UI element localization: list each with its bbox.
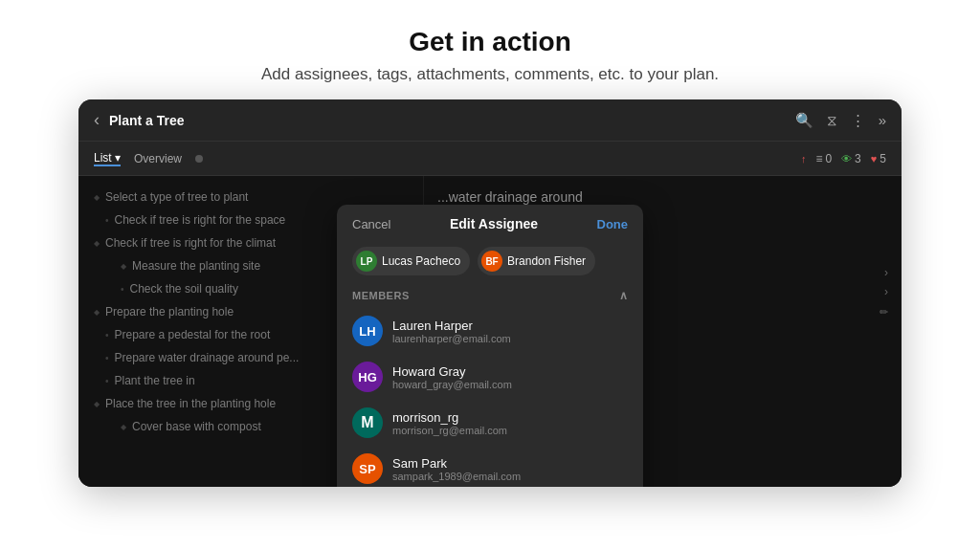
lauren-name: Lauren Harper xyxy=(392,318,628,333)
back-button[interactable]: ‹ xyxy=(94,110,100,130)
brandon-avatar: BF xyxy=(481,251,502,272)
lauren-avatar: LH xyxy=(352,316,383,346)
members-label: Members xyxy=(352,290,410,301)
selected-chip-brandon[interactable]: BF Brandon Fisher xyxy=(478,247,595,275)
page-header: Get in action Add assignees, tags, attac… xyxy=(0,0,980,99)
morrison-email: morrison_rg@email.com xyxy=(392,425,628,436)
modal-done-button[interactable]: Done xyxy=(597,217,629,231)
modal-overlay: Cancel Edit Assignee Done LP Lucas Pache… xyxy=(78,176,902,487)
members-section-header: Members ∧ xyxy=(337,283,643,308)
stat-eye: 👁 3 xyxy=(841,152,861,165)
sub-bar-stats: ↑ ≡ 0 👁 3 ♥ 5 xyxy=(801,152,886,165)
modal-title: Edit Assignee xyxy=(450,216,538,231)
morrison-info: morrison_rg morrison_rg@email.com xyxy=(392,410,628,436)
howard-avatar: HG xyxy=(352,362,383,392)
heart-count: 5 xyxy=(880,152,886,165)
selected-assignees: LP Lucas Pacheco BF Brandon Fisher xyxy=(337,239,643,283)
eye-icon: 👁 xyxy=(841,153,852,165)
more-icon[interactable]: ⋮ xyxy=(851,112,865,129)
morrison-avatar: M xyxy=(352,407,383,438)
sam-info: Sam Park sampark_1989@email.com xyxy=(392,456,628,482)
lucas-name: Lucas Pacheco xyxy=(382,254,460,268)
lauren-email: laurenharper@email.com xyxy=(392,333,628,344)
eye-count: 3 xyxy=(855,152,861,165)
top-actions: 🔍 ⧖ ⋮ » xyxy=(795,112,886,129)
filter-icon[interactable]: ⧖ xyxy=(827,112,837,129)
arrow-up-icon: ↑ xyxy=(801,153,807,165)
eq-count: 0 xyxy=(825,152,832,165)
tab-list[interactable]: List ▾ xyxy=(94,151,121,166)
top-bar: ‹ Plant a Tree 🔍 ⧖ ⋮ » xyxy=(78,99,902,142)
sub-bar: List ▾ Overview ↑ ≡ 0 👁 3 ♥ 5 xyxy=(78,142,902,176)
project-title: Plant a Tree xyxy=(109,113,795,128)
selected-chip-lucas[interactable]: LP Lucas Pacheco xyxy=(352,247,470,275)
stat-eq: ≡ 0 xyxy=(815,152,832,165)
brandon-name: Brandon Fisher xyxy=(507,254,586,268)
search-icon[interactable]: 🔍 xyxy=(795,112,813,129)
sam-name: Sam Park xyxy=(392,456,628,471)
page-title: Get in action xyxy=(19,27,961,57)
eq-icon: ≡ xyxy=(815,152,822,165)
howard-email: howard_gray@email.com xyxy=(392,379,628,390)
sam-email: sampark_1989@email.com xyxy=(392,471,628,482)
edit-assignee-modal: Cancel Edit Assignee Done LP Lucas Pache… xyxy=(337,205,643,487)
stat-heart: ♥ 5 xyxy=(871,152,886,165)
modal-cancel-button[interactable]: Cancel xyxy=(352,217,390,231)
lucas-avatar: LP xyxy=(356,251,377,272)
member-lauren[interactable]: LH Lauren Harper laurenharper@email.com xyxy=(337,308,643,354)
sam-avatar: SP xyxy=(352,453,383,484)
morrison-name: morrison_rg xyxy=(392,410,628,425)
howard-info: Howard Gray howard_gray@email.com xyxy=(392,364,628,390)
member-sam[interactable]: SP Sam Park sampark_1989@email.com xyxy=(337,446,643,487)
heart-icon: ♥ xyxy=(871,153,878,165)
member-morrison[interactable]: M morrison_rg morrison_rg@email.com xyxy=(337,400,643,446)
app-window: ‹ Plant a Tree 🔍 ⧖ ⋮ » List ▾ Overview ↑… xyxy=(78,99,902,487)
tab-overview[interactable]: Overview xyxy=(134,152,182,165)
howard-name: Howard Gray xyxy=(392,364,628,379)
members-toggle[interactable]: ∧ xyxy=(619,289,629,302)
stat-arrow: ↑ xyxy=(801,153,807,165)
page-subtitle: Add assignees, tags, attachments, commen… xyxy=(19,65,961,84)
modal-header: Cancel Edit Assignee Done xyxy=(337,205,643,239)
sub-bar-dot xyxy=(195,155,203,163)
lauren-info: Lauren Harper laurenharper@email.com xyxy=(392,318,628,344)
member-howard[interactable]: HG Howard Gray howard_gray@email.com xyxy=(337,354,643,400)
expand-icon[interactable]: » xyxy=(879,112,886,128)
main-content: ◆Select a type of tree to plant•Check if… xyxy=(78,176,902,487)
